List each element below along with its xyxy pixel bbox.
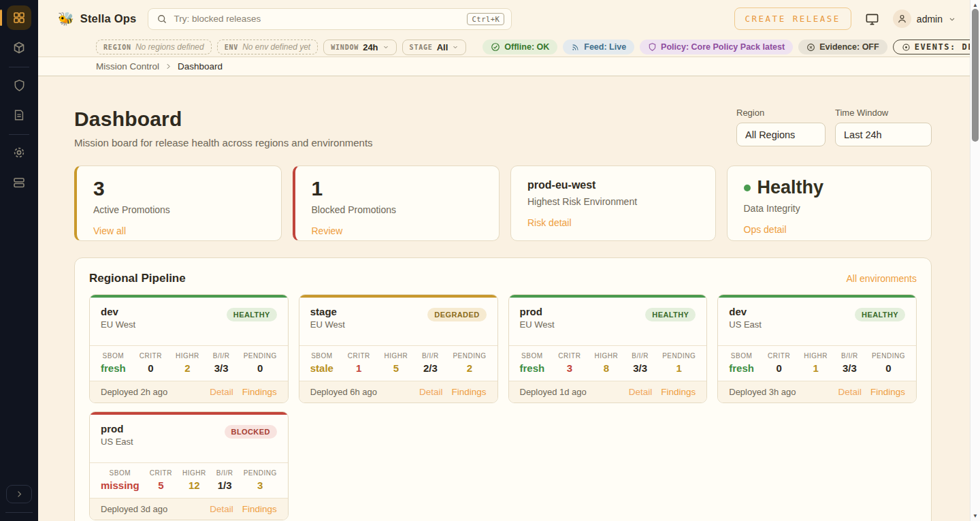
findings-link[interactable]: Findings bbox=[870, 387, 905, 397]
sidebar-divider bbox=[9, 67, 29, 67]
pipeline-card-footer: Deployed 6h ago Detail Findings bbox=[299, 381, 497, 402]
pipeline-card-links: Detail Findings bbox=[419, 387, 487, 397]
pipeline-card-footer: Deployed 1d ago Detail Findings bbox=[509, 381, 707, 402]
detail-link[interactable]: Detail bbox=[629, 387, 653, 397]
shield-icon bbox=[13, 79, 26, 92]
create-release-button[interactable]: CREATE RELEASE bbox=[734, 7, 851, 30]
breadcrumb: Mission Control Dashboard bbox=[38, 57, 970, 76]
detail-link[interactable]: Detail bbox=[419, 387, 443, 397]
avatar bbox=[893, 10, 911, 28]
findings-link[interactable]: Findings bbox=[242, 504, 277, 514]
user-name: admin bbox=[917, 14, 943, 25]
blocked-promotions-label: Blocked Promotions bbox=[312, 204, 483, 215]
pipeline-card-header: stage EU West DEGRADED bbox=[299, 298, 497, 345]
sidebar-item-security[interactable] bbox=[7, 73, 31, 97]
region-context-pill[interactable]: REGION No regions defined bbox=[96, 40, 212, 54]
stat-column: PENDING0 bbox=[872, 352, 905, 374]
stat-column: SBOMfresh bbox=[101, 352, 126, 374]
stats-row: SBOMfreshCRITR3HIGHR8B/I/R3/3PENDING1 bbox=[509, 345, 707, 381]
stat-value: 12 bbox=[182, 479, 206, 491]
detail-link[interactable]: Detail bbox=[210, 504, 233, 514]
policy-chip[interactable]: Policy: Core Policy Pack latest bbox=[640, 40, 793, 54]
document-icon bbox=[13, 109, 25, 121]
evidence-chip-text: Evidence: OFF bbox=[819, 42, 879, 52]
display-mode-button[interactable] bbox=[865, 12, 879, 26]
region-name: US East bbox=[101, 437, 133, 447]
shield-icon bbox=[648, 42, 657, 52]
active-promotions-count: 3 bbox=[93, 178, 265, 200]
context-bar: REGION No regions defined ENV No env def… bbox=[38, 37, 970, 57]
active-indicator bbox=[0, 10, 2, 26]
region-name: EU West bbox=[520, 319, 555, 330]
stat-label: SBOM bbox=[729, 352, 754, 360]
stat-label: PENDING bbox=[244, 352, 277, 360]
chevron-down-icon bbox=[948, 15, 956, 23]
stat-label: HIGHR bbox=[176, 352, 199, 360]
events-status-chip[interactable]: EVENTS: DEGRADED bbox=[893, 40, 980, 54]
scrollbar-thumb[interactable] bbox=[972, 9, 979, 142]
stat-column: CRITR3 bbox=[558, 352, 581, 374]
findings-link[interactable]: Findings bbox=[451, 387, 486, 397]
stat-value: 1 bbox=[662, 362, 696, 374]
time-window-select[interactable]: Last 24h bbox=[835, 123, 932, 146]
sidebar-item-documents[interactable] bbox=[7, 103, 31, 127]
stat-column: SBOMstale bbox=[310, 352, 333, 374]
package-icon bbox=[12, 41, 26, 54]
all-environments-link[interactable]: All environments bbox=[847, 273, 917, 284]
stat-value: 3/3 bbox=[841, 362, 858, 374]
evidence-chip[interactable]: Evidence: OFF bbox=[798, 40, 887, 54]
stat-column: SBOMfresh bbox=[520, 352, 545, 374]
env-context-pill[interactable]: ENV No env defined yet bbox=[217, 40, 318, 54]
scrollbar-up-arrow[interactable]: ▲ bbox=[970, 2, 980, 8]
offline-status-chip[interactable]: Offline: OK bbox=[483, 40, 557, 54]
breadcrumb-parent[interactable]: Mission Control bbox=[96, 61, 159, 72]
stat-column: PENDING2 bbox=[453, 352, 486, 374]
chevron-right-icon bbox=[15, 490, 24, 499]
sidebar-item-settings[interactable] bbox=[7, 140, 31, 165]
status-badge: HEALTHY bbox=[855, 308, 905, 321]
app-logo[interactable]: 🐝 Stella Ops bbox=[58, 11, 136, 27]
sidebar-item-releases[interactable] bbox=[7, 35, 31, 60]
global-search-input[interactable]: Try: blocked releases Ctrl+K bbox=[148, 8, 512, 30]
window-dropdown[interactable]: WINDOW 24h bbox=[323, 40, 396, 55]
blocked-promotions-count: 1 bbox=[312, 178, 483, 200]
sidebar-collapse-button[interactable] bbox=[6, 485, 32, 503]
stage-dropdown[interactable]: STAGE All bbox=[402, 40, 467, 55]
feed-status-chip[interactable]: Feed: Live bbox=[563, 40, 634, 54]
review-link[interactable]: Review bbox=[312, 225, 343, 236]
title-block: Dashboard Mission board for release heal… bbox=[74, 108, 373, 148]
risk-detail-link[interactable]: Risk detail bbox=[527, 217, 572, 228]
data-integrity-label: Data Integrity bbox=[744, 203, 915, 214]
stat-label: CRITR bbox=[558, 352, 581, 360]
search-icon bbox=[157, 14, 167, 25]
stat-label: B/I/R bbox=[841, 352, 858, 360]
stat-label: B/I/R bbox=[216, 469, 233, 477]
stat-value: fresh bbox=[101, 362, 126, 374]
detail-link[interactable]: Detail bbox=[210, 387, 233, 397]
page-scrollbar[interactable]: ▲ ▼ bbox=[970, 0, 980, 521]
sidebar-item-dashboard[interactable] bbox=[7, 5, 31, 30]
scrollbar-down-arrow[interactable]: ▼ bbox=[970, 513, 980, 519]
stat-value: missing bbox=[101, 479, 140, 491]
detail-link[interactable]: Detail bbox=[838, 387, 862, 397]
findings-link[interactable]: Findings bbox=[242, 387, 277, 397]
region-name: US East bbox=[729, 319, 762, 330]
stat-label: CRITR bbox=[348, 352, 370, 360]
stat-value: 2 bbox=[176, 362, 199, 374]
stats-row: SBOMfreshCRITR0HIGHR1B/I/R3/3PENDING0 bbox=[718, 345, 916, 381]
user-menu[interactable]: admin bbox=[893, 10, 956, 28]
findings-link[interactable]: Findings bbox=[661, 387, 696, 397]
view-all-link[interactable]: View all bbox=[93, 225, 126, 236]
blocked-promotions-card: 1 Blocked Promotions Review bbox=[293, 165, 500, 241]
stat-value: 1 bbox=[804, 362, 828, 374]
status-badge: HEALTHY bbox=[645, 308, 696, 321]
region-select[interactable]: All Regions bbox=[736, 123, 826, 146]
policy-chip-text: Policy: Core Policy Pack latest bbox=[661, 42, 785, 52]
stat-label: PENDING bbox=[453, 352, 486, 360]
stat-column: B/I/R3/3 bbox=[213, 352, 230, 374]
ops-detail-link[interactable]: Ops detail bbox=[744, 224, 787, 235]
stat-column: CRITR0 bbox=[140, 352, 162, 374]
sidebar-item-infrastructure[interactable] bbox=[7, 170, 31, 195]
pipeline-card: dev EU West HEALTHY SBOMfreshCRITR0HIGHR… bbox=[89, 294, 289, 403]
chevron-right-icon bbox=[165, 63, 172, 70]
